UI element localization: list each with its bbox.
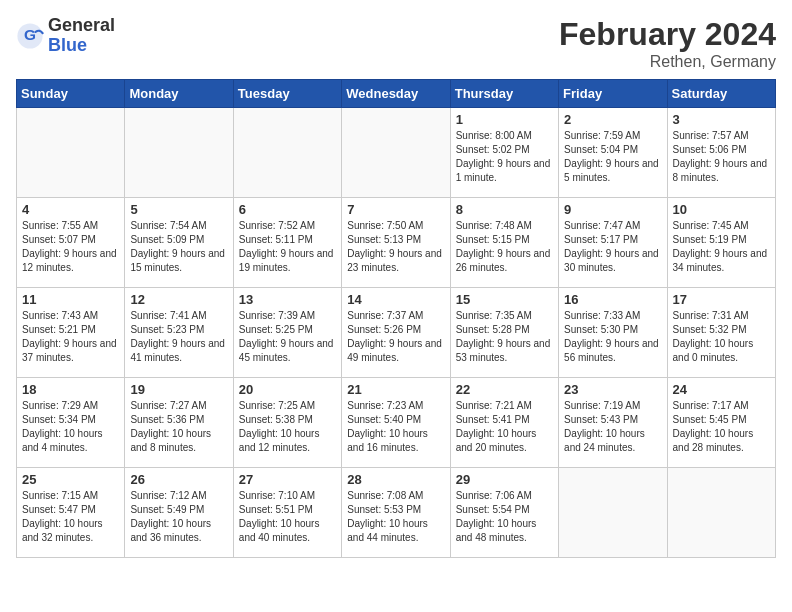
day-info: Sunrise: 7:17 AM Sunset: 5:45 PM Dayligh… [673, 399, 770, 455]
calendar-cell: 11Sunrise: 7:43 AM Sunset: 5:21 PM Dayli… [17, 288, 125, 378]
logo-icon: G [16, 22, 44, 50]
calendar-cell: 3Sunrise: 7:57 AM Sunset: 5:06 PM Daylig… [667, 108, 775, 198]
weekday-header-monday: Monday [125, 80, 233, 108]
day-info: Sunrise: 7:25 AM Sunset: 5:38 PM Dayligh… [239, 399, 336, 455]
calendar-cell: 12Sunrise: 7:41 AM Sunset: 5:23 PM Dayli… [125, 288, 233, 378]
day-number: 24 [673, 382, 770, 397]
day-info: Sunrise: 7:50 AM Sunset: 5:13 PM Dayligh… [347, 219, 444, 275]
day-number: 1 [456, 112, 553, 127]
day-info: Sunrise: 7:48 AM Sunset: 5:15 PM Dayligh… [456, 219, 553, 275]
calendar-table: SundayMondayTuesdayWednesdayThursdayFrid… [16, 79, 776, 558]
calendar-cell: 23Sunrise: 7:19 AM Sunset: 5:43 PM Dayli… [559, 378, 667, 468]
calendar-cell [233, 108, 341, 198]
day-number: 22 [456, 382, 553, 397]
day-number: 7 [347, 202, 444, 217]
calendar-cell: 6Sunrise: 7:52 AM Sunset: 5:11 PM Daylig… [233, 198, 341, 288]
day-number: 14 [347, 292, 444, 307]
calendar-cell: 8Sunrise: 7:48 AM Sunset: 5:15 PM Daylig… [450, 198, 558, 288]
day-number: 19 [130, 382, 227, 397]
day-info: Sunrise: 7:41 AM Sunset: 5:23 PM Dayligh… [130, 309, 227, 365]
day-number: 9 [564, 202, 661, 217]
weekday-header-saturday: Saturday [667, 80, 775, 108]
day-number: 11 [22, 292, 119, 307]
day-number: 13 [239, 292, 336, 307]
weekday-header-thursday: Thursday [450, 80, 558, 108]
day-info: Sunrise: 7:33 AM Sunset: 5:30 PM Dayligh… [564, 309, 661, 365]
calendar-cell: 21Sunrise: 7:23 AM Sunset: 5:40 PM Dayli… [342, 378, 450, 468]
day-info: Sunrise: 7:45 AM Sunset: 5:19 PM Dayligh… [673, 219, 770, 275]
day-number: 27 [239, 472, 336, 487]
day-info: Sunrise: 7:59 AM Sunset: 5:04 PM Dayligh… [564, 129, 661, 185]
weekday-header-sunday: Sunday [17, 80, 125, 108]
day-info: Sunrise: 7:19 AM Sunset: 5:43 PM Dayligh… [564, 399, 661, 455]
day-info: Sunrise: 7:08 AM Sunset: 5:53 PM Dayligh… [347, 489, 444, 545]
calendar-cell [125, 108, 233, 198]
day-info: Sunrise: 7:47 AM Sunset: 5:17 PM Dayligh… [564, 219, 661, 275]
calendar-week-row: 25Sunrise: 7:15 AM Sunset: 5:47 PM Dayli… [17, 468, 776, 558]
day-info: Sunrise: 7:12 AM Sunset: 5:49 PM Dayligh… [130, 489, 227, 545]
calendar-cell: 22Sunrise: 7:21 AM Sunset: 5:41 PM Dayli… [450, 378, 558, 468]
calendar-week-row: 18Sunrise: 7:29 AM Sunset: 5:34 PM Dayli… [17, 378, 776, 468]
calendar-cell: 28Sunrise: 7:08 AM Sunset: 5:53 PM Dayli… [342, 468, 450, 558]
calendar-cell: 13Sunrise: 7:39 AM Sunset: 5:25 PM Dayli… [233, 288, 341, 378]
day-number: 6 [239, 202, 336, 217]
day-number: 29 [456, 472, 553, 487]
day-info: Sunrise: 7:37 AM Sunset: 5:26 PM Dayligh… [347, 309, 444, 365]
day-info: Sunrise: 7:27 AM Sunset: 5:36 PM Dayligh… [130, 399, 227, 455]
day-info: Sunrise: 7:57 AM Sunset: 5:06 PM Dayligh… [673, 129, 770, 185]
day-info: Sunrise: 7:23 AM Sunset: 5:40 PM Dayligh… [347, 399, 444, 455]
title-block: February 2024 Rethen, Germany [559, 16, 776, 71]
logo-general: General [48, 16, 115, 36]
day-info: Sunrise: 8:00 AM Sunset: 5:02 PM Dayligh… [456, 129, 553, 185]
day-info: Sunrise: 7:10 AM Sunset: 5:51 PM Dayligh… [239, 489, 336, 545]
weekday-header-wednesday: Wednesday [342, 80, 450, 108]
day-number: 12 [130, 292, 227, 307]
calendar-week-row: 11Sunrise: 7:43 AM Sunset: 5:21 PM Dayli… [17, 288, 776, 378]
day-number: 18 [22, 382, 119, 397]
day-number: 15 [456, 292, 553, 307]
calendar-cell: 29Sunrise: 7:06 AM Sunset: 5:54 PM Dayli… [450, 468, 558, 558]
page-header: G General Blue February 2024 Rethen, Ger… [16, 16, 776, 71]
day-info: Sunrise: 7:29 AM Sunset: 5:34 PM Dayligh… [22, 399, 119, 455]
calendar-week-row: 4Sunrise: 7:55 AM Sunset: 5:07 PM Daylig… [17, 198, 776, 288]
calendar-cell: 20Sunrise: 7:25 AM Sunset: 5:38 PM Dayli… [233, 378, 341, 468]
day-number: 8 [456, 202, 553, 217]
day-number: 23 [564, 382, 661, 397]
calendar-cell [667, 468, 775, 558]
calendar-cell: 25Sunrise: 7:15 AM Sunset: 5:47 PM Dayli… [17, 468, 125, 558]
calendar-cell [559, 468, 667, 558]
logo-text: General Blue [48, 16, 115, 56]
day-number: 16 [564, 292, 661, 307]
svg-text:G: G [24, 26, 36, 43]
location-label: Rethen, Germany [559, 53, 776, 71]
day-number: 17 [673, 292, 770, 307]
calendar-cell: 5Sunrise: 7:54 AM Sunset: 5:09 PM Daylig… [125, 198, 233, 288]
calendar-cell: 14Sunrise: 7:37 AM Sunset: 5:26 PM Dayli… [342, 288, 450, 378]
day-info: Sunrise: 7:31 AM Sunset: 5:32 PM Dayligh… [673, 309, 770, 365]
logo: G General Blue [16, 16, 115, 56]
day-info: Sunrise: 7:54 AM Sunset: 5:09 PM Dayligh… [130, 219, 227, 275]
weekday-header-row: SundayMondayTuesdayWednesdayThursdayFrid… [17, 80, 776, 108]
calendar-week-row: 1Sunrise: 8:00 AM Sunset: 5:02 PM Daylig… [17, 108, 776, 198]
day-info: Sunrise: 7:21 AM Sunset: 5:41 PM Dayligh… [456, 399, 553, 455]
calendar-cell: 7Sunrise: 7:50 AM Sunset: 5:13 PM Daylig… [342, 198, 450, 288]
calendar-cell: 4Sunrise: 7:55 AM Sunset: 5:07 PM Daylig… [17, 198, 125, 288]
day-info: Sunrise: 7:55 AM Sunset: 5:07 PM Dayligh… [22, 219, 119, 275]
month-year-title: February 2024 [559, 16, 776, 53]
day-number: 20 [239, 382, 336, 397]
logo-blue: Blue [48, 36, 115, 56]
calendar-cell: 24Sunrise: 7:17 AM Sunset: 5:45 PM Dayli… [667, 378, 775, 468]
day-number: 10 [673, 202, 770, 217]
day-number: 21 [347, 382, 444, 397]
calendar-cell: 18Sunrise: 7:29 AM Sunset: 5:34 PM Dayli… [17, 378, 125, 468]
calendar-cell: 1Sunrise: 8:00 AM Sunset: 5:02 PM Daylig… [450, 108, 558, 198]
calendar-cell: 19Sunrise: 7:27 AM Sunset: 5:36 PM Dayli… [125, 378, 233, 468]
calendar-cell: 2Sunrise: 7:59 AM Sunset: 5:04 PM Daylig… [559, 108, 667, 198]
calendar-cell [342, 108, 450, 198]
day-info: Sunrise: 7:43 AM Sunset: 5:21 PM Dayligh… [22, 309, 119, 365]
day-number: 2 [564, 112, 661, 127]
day-number: 5 [130, 202, 227, 217]
calendar-cell: 17Sunrise: 7:31 AM Sunset: 5:32 PM Dayli… [667, 288, 775, 378]
day-info: Sunrise: 7:06 AM Sunset: 5:54 PM Dayligh… [456, 489, 553, 545]
day-info: Sunrise: 7:35 AM Sunset: 5:28 PM Dayligh… [456, 309, 553, 365]
